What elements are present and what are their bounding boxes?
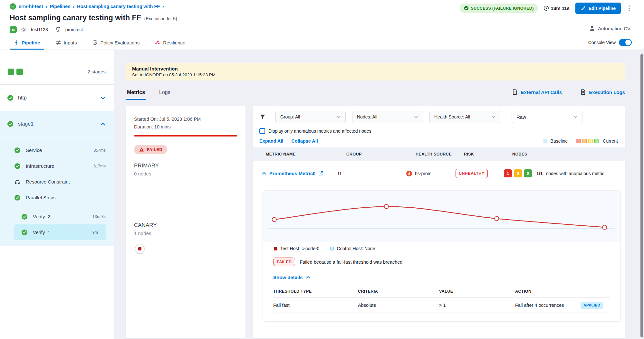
criteria-value: Absolute bbox=[358, 303, 439, 308]
metric-chart-panel bbox=[263, 191, 620, 242]
execution-status-badge: SUCCESS (FAILURE IGNORED) bbox=[460, 4, 538, 13]
tab-resilience[interactable]: Resilience bbox=[155, 35, 185, 50]
group-filter-select[interactable]: Group: All bbox=[275, 111, 346, 123]
col-action: ACTION bbox=[515, 289, 610, 294]
test-host-legend-item: Test Host: c-node-0 bbox=[274, 246, 319, 251]
tab-metrics[interactable]: Metrics bbox=[126, 89, 146, 100]
sidebar-step-resource-constraint[interactable]: Resource Constraint bbox=[0, 174, 114, 190]
execution-sidebar: 2 stages http stage1 Service bbox=[0, 50, 114, 339]
console-view-toggle[interactable] bbox=[619, 39, 632, 46]
stage-square-icon[interactable] bbox=[16, 69, 23, 75]
chart-data-point[interactable] bbox=[602, 225, 607, 230]
baseline-label: Baseline bbox=[551, 138, 568, 144]
execution-id: (Execution Id: 5) bbox=[144, 16, 177, 21]
metric-line-chart[interactable] bbox=[264, 193, 620, 241]
verification-summary-card: Started On: Jul 5, 2023 1:06 PM Duration… bbox=[126, 106, 245, 338]
tab-policy-evaluations[interactable]: Policy Evaluations bbox=[92, 35, 139, 50]
sidebar-step-parallel-steps[interactable]: Parallel Steps bbox=[0, 190, 114, 205]
resource-constraint-icon bbox=[14, 179, 21, 185]
gear-icon bbox=[21, 26, 27, 33]
control-host-label: Control Host: None bbox=[337, 246, 375, 251]
chart-data-point[interactable] bbox=[495, 217, 499, 221]
tab-logs[interactable]: Logs bbox=[158, 89, 172, 100]
collapse-all-link[interactable]: Collapse All bbox=[291, 138, 318, 144]
breadcrumb-pipeline-name[interactable]: Host sampling canary testing with FF bbox=[77, 4, 160, 9]
chevron-down-icon bbox=[491, 114, 496, 120]
filter-funnel-icon[interactable] bbox=[259, 114, 266, 120]
service-name[interactable]: test1123 bbox=[31, 27, 48, 32]
success-check-icon bbox=[21, 213, 28, 220]
breadcrumb-pipelines[interactable]: Pipelines bbox=[50, 4, 71, 9]
environment-icon bbox=[55, 26, 62, 33]
stage-label: stage1 bbox=[18, 121, 34, 127]
tab-pipeline[interactable]: Pipeline bbox=[14, 35, 40, 50]
main-tabstrip: Pipeline Inputs Policy Evaluations Resil… bbox=[0, 35, 644, 50]
step-details-main: Manual Intervention Set to IGNORE on 05-… bbox=[114, 50, 644, 339]
metric-name-link[interactable]: Prometheus Metric0 bbox=[269, 171, 315, 176]
chevron-up-icon[interactable] bbox=[100, 121, 106, 127]
value-value: > 1 bbox=[439, 303, 515, 308]
chart-color-legend: Baseline Current bbox=[543, 138, 618, 144]
expand-all-link[interactable]: Expand All bbox=[259, 138, 283, 144]
canary-label: CANARY bbox=[134, 222, 237, 229]
execution-logs-link[interactable]: Execution Logs bbox=[580, 89, 625, 95]
harness-project-icon: ∞ bbox=[10, 3, 16, 10]
control-host-swatch bbox=[330, 247, 334, 250]
user-icon bbox=[589, 25, 595, 32]
vertical-scrollbar-thumb[interactable] bbox=[640, 54, 643, 337]
detail-links: External API Calls Execution Logs bbox=[512, 89, 625, 100]
external-api-calls-link[interactable]: External API Calls bbox=[512, 89, 562, 95]
logs-document-icon bbox=[580, 89, 586, 95]
environment-name[interactable]: promtest bbox=[65, 27, 83, 32]
metric-detail-card: Test Host: c-node-0 Control Host: None F… bbox=[263, 191, 620, 321]
canary-node-hexagon[interactable] bbox=[134, 244, 146, 254]
chevron-right-icon: › bbox=[162, 4, 164, 9]
current-swatches bbox=[576, 139, 600, 143]
detail-tabs: Metrics Logs External API Calls Executio… bbox=[126, 85, 625, 100]
sidebar-stage-stage1[interactable]: stage1 bbox=[0, 111, 114, 137]
divider bbox=[287, 138, 287, 144]
sidebar-step-verify-1[interactable]: Verify_1 9m bbox=[14, 224, 106, 240]
test-host-swatch bbox=[274, 247, 277, 250]
stage-square-icon[interactable] bbox=[8, 69, 14, 75]
metric-group: f1 bbox=[338, 171, 407, 176]
nodes-filter-value: Nodes: All bbox=[357, 114, 377, 119]
tab-inputs[interactable]: Inputs bbox=[56, 35, 77, 50]
edit-pipeline-button[interactable]: Edit Pipeline bbox=[575, 3, 621, 14]
banner-message: Set to IGNORE on 05-Jul-2023 1:15:23 PM bbox=[132, 72, 619, 77]
col-health-source: HEALTH SOURCE bbox=[416, 152, 464, 156]
sidebar-stage-http[interactable]: http bbox=[0, 85, 114, 111]
current-orange-swatch bbox=[582, 139, 587, 143]
nodes-filter-select[interactable]: Nodes: All bbox=[352, 111, 423, 123]
primary-label: PRIMARY bbox=[134, 163, 237, 169]
col-nodes: NODES bbox=[512, 152, 625, 156]
tab-pipeline-label: Pipeline bbox=[22, 40, 40, 45]
health-source-filter-select[interactable]: Health Source: All bbox=[429, 111, 500, 123]
threshold-details-table: THRESHOLD TYPE CRITERIA VALUE ACTION Fai… bbox=[273, 286, 610, 313]
canary-node-count: 1 nodes bbox=[134, 231, 237, 236]
external-link-icon[interactable] bbox=[318, 171, 323, 176]
sidebar-step-service[interactable]: Service 857ms bbox=[0, 142, 114, 158]
user-chip: Automation CV bbox=[589, 25, 630, 32]
chevron-down-icon[interactable] bbox=[100, 95, 106, 101]
verification-status-label: FAILED bbox=[147, 147, 162, 152]
anomalous-checkbox[interactable] bbox=[259, 128, 265, 134]
prometheus-icon bbox=[406, 170, 412, 177]
group-filter-value: Group: All bbox=[280, 114, 300, 119]
warning-triangle-icon bbox=[139, 147, 144, 152]
stage-label: http bbox=[18, 95, 27, 101]
success-check-icon bbox=[7, 95, 14, 101]
chart-data-point[interactable] bbox=[272, 218, 276, 222]
node-count-red-badge: 1 bbox=[504, 169, 512, 177]
chart-data-point[interactable] bbox=[384, 204, 389, 209]
show-details-link[interactable]: Show details bbox=[263, 266, 620, 281]
sidebar-step-infrastructure[interactable]: Infrastructure 617ms bbox=[0, 158, 114, 174]
elapsed-time-label: 13m 11s bbox=[551, 5, 570, 11]
collapse-row-chevron-icon[interactable] bbox=[261, 171, 267, 176]
breadcrumb-project[interactable]: srm-hf-test bbox=[19, 4, 43, 9]
view-mode-select[interactable]: Raw bbox=[512, 111, 582, 123]
more-options-button[interactable] bbox=[627, 4, 632, 13]
manual-intervention-banner: Manual Intervention Set to IGNORE on 05-… bbox=[126, 63, 625, 80]
harness-service-icon: ∞ bbox=[10, 26, 17, 33]
sidebar-step-verify-2[interactable]: Verify_2 13m 3s bbox=[0, 209, 114, 224]
